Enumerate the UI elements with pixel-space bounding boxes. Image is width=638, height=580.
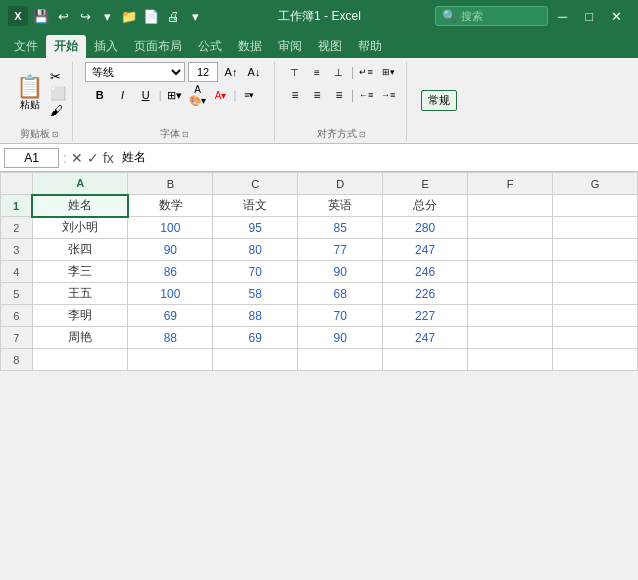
maximize-btn[interactable]: □ (577, 9, 601, 24)
cell-1-A[interactable]: 姓名 (32, 195, 128, 217)
tab-insert[interactable]: 插入 (86, 35, 126, 58)
underline-button[interactable]: U (136, 85, 156, 105)
merge-button[interactable]: ⊞▾ (378, 62, 398, 82)
cell-3-G[interactable] (553, 239, 638, 261)
confirm-formula-icon[interactable]: ✓ (87, 150, 99, 166)
increase-font-button[interactable]: A↑ (221, 62, 241, 82)
cell-5-A[interactable]: 王五 (32, 283, 128, 305)
col-header-f[interactable]: F (468, 173, 553, 195)
paste-button[interactable]: 📋 粘贴 (12, 74, 47, 114)
cell-7-B[interactable]: 88 (128, 327, 213, 349)
cell-5-B[interactable]: 100 (128, 283, 213, 305)
cell-reference[interactable]: A1 (4, 148, 59, 168)
font-name-select[interactable]: 等线 (85, 62, 185, 82)
close-btn[interactable]: ✕ (603, 9, 630, 24)
cell-6-A[interactable]: 李明 (32, 305, 128, 327)
cell-1-G[interactable] (553, 195, 638, 217)
cell-8-C[interactable] (213, 349, 298, 371)
align-bottom-button[interactable]: ⊥ (329, 62, 349, 82)
cell-8-A[interactable] (32, 349, 128, 371)
more-btn[interactable]: ▾ (98, 7, 116, 25)
cell-7-G[interactable] (553, 327, 638, 349)
cell-7-E[interactable]: 247 (383, 327, 468, 349)
cancel-formula-icon[interactable]: ✕ (71, 150, 83, 166)
redo-btn[interactable]: ↪ (76, 7, 94, 25)
alignment-expand-icon[interactable]: ⊡ (359, 130, 366, 139)
cell-7-A[interactable]: 周艳 (32, 327, 128, 349)
font-color-button[interactable]: A▾ (211, 85, 231, 105)
cut-button[interactable]: ✂ (50, 69, 66, 84)
cell-4-A[interactable]: 李三 (32, 261, 128, 283)
tab-home[interactable]: 开始 (46, 35, 86, 58)
insert-function-icon[interactable]: fx (103, 150, 114, 166)
tab-data[interactable]: 数据 (230, 35, 270, 58)
cell-2-C[interactable]: 95 (213, 217, 298, 239)
cell-7-F[interactable] (468, 327, 553, 349)
number-format-box[interactable]: 常规 (421, 90, 457, 111)
font-size-input[interactable] (188, 62, 218, 82)
cell-4-C[interactable]: 70 (213, 261, 298, 283)
open-btn[interactable]: 📁 (120, 7, 138, 25)
cell-3-A[interactable]: 张四 (32, 239, 128, 261)
undo-btn[interactable]: ↩ (54, 7, 72, 25)
new-btn[interactable]: 📄 (142, 7, 160, 25)
cell-8-E[interactable] (383, 349, 468, 371)
tab-formula[interactable]: 公式 (190, 35, 230, 58)
decrease-font-button[interactable]: A↓ (244, 62, 264, 82)
cell-2-F[interactable] (468, 217, 553, 239)
col-header-e[interactable]: E (383, 173, 468, 195)
cell-5-F[interactable] (468, 283, 553, 305)
cell-4-D[interactable]: 90 (298, 261, 383, 283)
indent-dec-button[interactable]: ←≡ (356, 85, 376, 105)
col-header-a[interactable]: A (32, 173, 128, 195)
cell-5-E[interactable]: 226 (383, 283, 468, 305)
cell-6-F[interactable] (468, 305, 553, 327)
cell-8-G[interactable] (553, 349, 638, 371)
tab-file[interactable]: 文件 (6, 35, 46, 58)
cell-7-C[interactable]: 69 (213, 327, 298, 349)
cell-6-C[interactable]: 88 (213, 305, 298, 327)
bold-button[interactable]: B (90, 85, 110, 105)
cell-4-G[interactable] (553, 261, 638, 283)
cell-1-C[interactable]: 语文 (213, 195, 298, 217)
cell-6-E[interactable]: 227 (383, 305, 468, 327)
align-left-button[interactable]: ≡ (285, 85, 305, 105)
cell-2-A[interactable]: 刘小明 (32, 217, 128, 239)
cell-5-C[interactable]: 58 (213, 283, 298, 305)
cell-4-E[interactable]: 246 (383, 261, 468, 283)
cell-1-B[interactable]: 数学 (128, 195, 213, 217)
col-header-c[interactable]: C (213, 173, 298, 195)
cell-3-D[interactable]: 77 (298, 239, 383, 261)
cell-1-E[interactable]: 总分 (383, 195, 468, 217)
cell-2-D[interactable]: 85 (298, 217, 383, 239)
cell-1-D[interactable]: 英语 (298, 195, 383, 217)
print-btn[interactable]: 🖨 (164, 7, 182, 25)
tab-help[interactable]: 帮助 (350, 35, 390, 58)
wrap-text-button[interactable]: ↵≡ (356, 62, 376, 82)
cell-5-G[interactable] (553, 283, 638, 305)
fill-color-button[interactable]: A🎨▾ (188, 85, 208, 105)
align-middle-button[interactable]: ≡ (307, 62, 327, 82)
col-header-b[interactable]: B (128, 173, 213, 195)
cell-4-F[interactable] (468, 261, 553, 283)
cell-2-G[interactable] (553, 217, 638, 239)
border-button[interactable]: ⊞▾ (165, 85, 185, 105)
cell-6-B[interactable]: 69 (128, 305, 213, 327)
cell-4-B[interactable]: 86 (128, 261, 213, 283)
cell-6-D[interactable]: 70 (298, 305, 383, 327)
format-painter-button[interactable]: 🖌 (50, 103, 66, 118)
more2-btn[interactable]: ▾ (186, 7, 204, 25)
minimize-btn[interactable]: ─ (550, 9, 575, 24)
cell-8-B[interactable] (128, 349, 213, 371)
cell-6-G[interactable] (553, 305, 638, 327)
clipboard-expand-icon[interactable]: ⊡ (52, 130, 59, 139)
cell-2-E[interactable]: 280 (383, 217, 468, 239)
align-right-button[interactable]: ≡ (329, 85, 349, 105)
cell-3-C[interactable]: 80 (213, 239, 298, 261)
cell-1-F[interactable] (468, 195, 553, 217)
cell-3-F[interactable] (468, 239, 553, 261)
tab-pagelayout[interactable]: 页面布局 (126, 35, 190, 58)
tab-view[interactable]: 视图 (310, 35, 350, 58)
tab-review[interactable]: 审阅 (270, 35, 310, 58)
copy-button[interactable]: ⬜ (50, 86, 66, 101)
